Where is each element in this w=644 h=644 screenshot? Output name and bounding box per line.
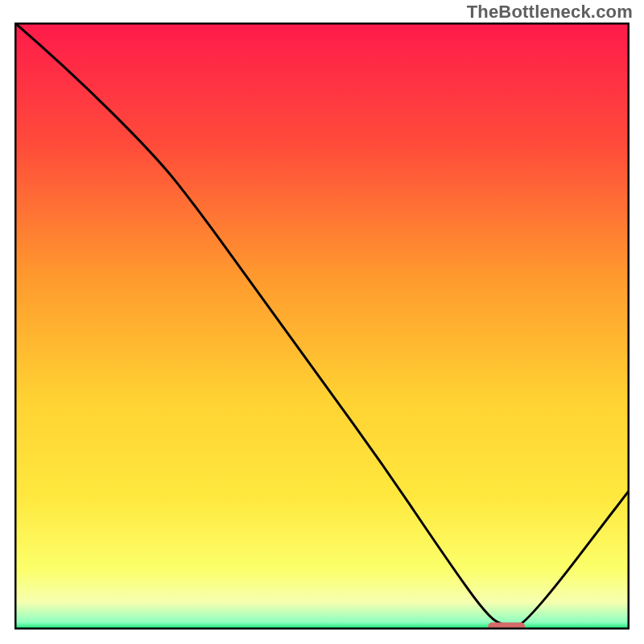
gradient-background	[14, 23, 630, 630]
line-chart	[14, 23, 630, 630]
watermark-text: TheBottleneck.com	[467, 2, 633, 23]
chart-svg	[14, 23, 630, 630]
chart-container: TheBottleneck.com	[0, 0, 644, 644]
